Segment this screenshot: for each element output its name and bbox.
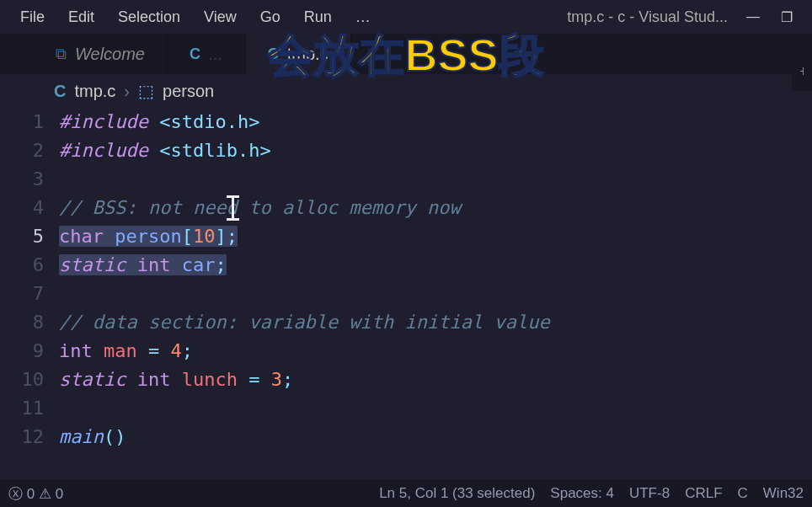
menu-overflow[interactable]: … bbox=[344, 3, 382, 31]
status-errors[interactable]: ⓧ 0 ⚠ 0 bbox=[8, 484, 63, 504]
vscode-icon: ⧉ bbox=[56, 45, 67, 63]
tab-file-active[interactable]: C tmp.c bbox=[246, 34, 351, 74]
line-number-gutter: 1 2 3 4 5 6 7 8 9 10 11 12 bbox=[17, 108, 59, 451]
tab-welcome[interactable]: ⧉ Welcome bbox=[34, 34, 168, 74]
menubar: File Edit Selection View Go Run … tmp.c … bbox=[0, 0, 812, 34]
menu-edit[interactable]: Edit bbox=[56, 3, 106, 31]
c-file-icon: C bbox=[54, 82, 66, 101]
breadcrumb-symbol[interactable]: person bbox=[163, 82, 214, 101]
status-indentation[interactable]: Spaces: 4 bbox=[550, 485, 614, 502]
c-file-icon: C bbox=[268, 45, 279, 63]
maximize-button[interactable]: ❐ bbox=[770, 9, 804, 25]
menu-selection[interactable]: Selection bbox=[106, 3, 192, 31]
symbol-struct-icon: ⬚ bbox=[138, 81, 154, 101]
minimize-button[interactable]: — bbox=[736, 9, 770, 24]
window-title: tmp.c - c - Visual Stud... bbox=[558, 8, 736, 26]
code-editor[interactable]: 1 2 3 4 5 6 7 8 9 10 11 12 #include <std… bbox=[0, 108, 812, 451]
status-cursor-position[interactable]: Ln 5, Col 1 (33 selected) bbox=[379, 485, 535, 502]
text-cursor bbox=[232, 195, 234, 221]
breadcrumb-file[interactable]: tmp.c bbox=[74, 82, 115, 101]
c-file-icon: C bbox=[190, 45, 200, 63]
tab-label: ... bbox=[209, 45, 223, 64]
status-language[interactable]: C bbox=[738, 485, 748, 502]
tab-label: tmp.c bbox=[287, 45, 329, 64]
status-platform[interactable]: Win32 bbox=[763, 485, 804, 502]
tab-label: Welcome bbox=[75, 45, 145, 64]
menu-go[interactable]: Go bbox=[248, 3, 292, 31]
menu-run[interactable]: Run bbox=[292, 3, 344, 31]
breadcrumb[interactable]: C tmp.c › ⬚ person bbox=[0, 74, 812, 108]
tab-file-2[interactable]: C ... bbox=[168, 34, 246, 74]
code-content[interactable]: #include <stdio.h> #include <stdlib.h> /… bbox=[59, 108, 812, 451]
tab-bar: ⧉ Welcome C ... C tmp.c bbox=[0, 34, 812, 74]
split-editor-button[interactable]: ⫞ bbox=[792, 51, 812, 91]
menu-file[interactable]: File bbox=[8, 3, 56, 31]
statusbar: ⓧ 0 ⚠ 0 Ln 5, Col 1 (33 selected) Spaces… bbox=[0, 480, 812, 507]
menu-view[interactable]: View bbox=[192, 3, 248, 31]
status-eol[interactable]: CRLF bbox=[685, 485, 722, 502]
chevron-right-icon: › bbox=[124, 82, 130, 101]
status-encoding[interactable]: UTF-8 bbox=[629, 485, 670, 502]
